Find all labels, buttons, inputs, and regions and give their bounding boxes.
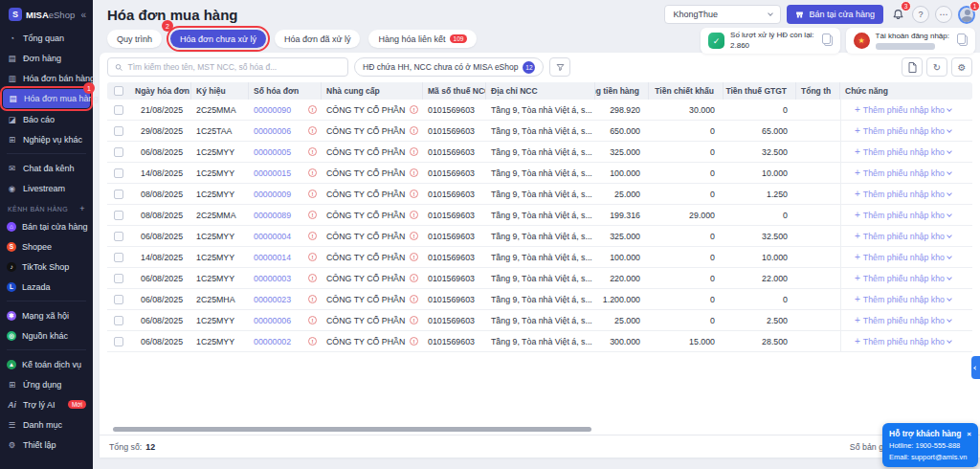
sidebar-item-nguon-khac[interactable]: ◎ Nguồn khác <box>0 325 93 346</box>
invoice-number-link[interactable]: 00000090 <box>254 105 291 115</box>
sidebar-item-bao-cao[interactable]: ◪ Báo cáo <box>0 109 93 129</box>
user-avatar[interactable]: 1 <box>958 6 975 23</box>
table-row[interactable]: 14/08/2025 1C25MYY 00000015 ! CÔNG TY CỔ… <box>107 163 972 184</box>
table-row[interactable]: 21/08/2025 2C25MMA 00000090 ! CÔNG TY CỔ… <box>107 100 972 121</box>
row-checkbox[interactable] <box>114 253 123 262</box>
tab-hoa-don-chua-xu-ly[interactable]: Hóa đơn chưa xử lý 2 <box>170 30 266 48</box>
copy-icon[interactable] <box>824 35 833 46</box>
add-stock-receipt-button[interactable]: + Thêm phiếu nhập kho <box>840 184 972 204</box>
table-row[interactable]: 06/08/2025 1C25MYY 00000003 ! CÔNG TY CỔ… <box>107 268 972 289</box>
help-button[interactable]: ? <box>912 6 929 23</box>
sidebar-item-livestream[interactable]: ◉ Livestream <box>0 178 93 198</box>
row-checkbox[interactable] <box>114 274 123 283</box>
select-all-checkbox[interactable] <box>114 86 123 96</box>
invoice-number-link[interactable]: 00000014 <box>254 253 291 262</box>
row-checkbox[interactable] <box>114 147 123 157</box>
row-checkbox[interactable] <box>114 168 123 178</box>
horizontal-scrollbar[interactable] <box>113 427 591 432</box>
add-stock-receipt-button[interactable]: + Thêm phiếu nhập kho <box>840 226 972 246</box>
sidebar-item-lazada[interactable]: L Lazada <box>0 277 93 297</box>
sidebar-item-nghiep-vu-khac[interactable]: ⊞ Nghiệp vụ khác <box>0 129 93 149</box>
table-row[interactable]: 08/08/2025 1C25MYY 00000009 ! CÔNG TY CỔ… <box>107 184 972 205</box>
invoice-number-link[interactable]: 00000002 <box>254 337 291 346</box>
table-row[interactable]: 08/08/2025 2C25MMA 00000089 ! CÔNG TY CỔ… <box>107 205 972 226</box>
sidebar-item-don-hang[interactable]: ▤ Đơn hàng <box>0 48 93 68</box>
invoice-number-link[interactable]: 00000006 <box>254 316 291 325</box>
row-checkbox[interactable] <box>114 211 123 220</box>
sidebar-item-tong-quan[interactable]: ◔ Tổng quan <box>0 28 93 48</box>
table-row[interactable]: 06/08/2025 1C25MYY 00000004 ! CÔNG TY CỔ… <box>107 226 972 247</box>
tab-quy-trinh[interactable]: Quy trình <box>107 30 162 48</box>
total-value: 12 <box>145 442 155 452</box>
email-link[interactable]: support@amis.vn <box>911 453 967 461</box>
table-row[interactable]: 06/08/2025 1C25MYY 00000005 ! CÔNG TY CỔ… <box>107 142 972 163</box>
invoice-number-link[interactable]: 00000009 <box>254 190 291 199</box>
notification-bell-button[interactable]: 3 <box>889 6 906 23</box>
row-checkbox[interactable] <box>114 232 123 241</box>
row-checkbox[interactable] <box>114 316 123 325</box>
table-row[interactable]: 29/08/2025 1C25TAA 00000006 ! CÔNG TY CỔ… <box>107 121 972 142</box>
tab-bar: Quy trình Hóa đơn chưa xử lý 2 Hóa đơn đ… <box>107 30 477 48</box>
add-stock-receipt-button[interactable]: + Thêm phiếu nhập kho <box>840 331 972 351</box>
environment-select[interactable]: KhongThue <box>664 5 781 24</box>
add-stock-receipt-button[interactable]: + Thêm phiếu nhập kho <box>840 205 972 225</box>
hotline-link[interactable]: 1900-555-888 <box>916 441 961 450</box>
invoice-number-link[interactable]: 00000015 <box>254 168 291 178</box>
add-stock-receipt-button[interactable]: + Thêm phiếu nhập kho <box>840 247 972 267</box>
sidebar-item-shopee[interactable]: S Shopee <box>0 236 93 257</box>
cell-address: Tầng 9, Tòa nhà Việt á, s... <box>486 247 595 267</box>
sidebar-item-chat-da-kenh[interactable]: ✉ Chat đa kênh <box>0 158 93 178</box>
invoice-number-link[interactable]: 00000005 <box>254 147 291 157</box>
sidebar-item-tro-ly-ai[interactable]: Ai Trợ lý AI Mới <box>0 394 93 414</box>
add-stock-receipt-button[interactable]: + Thêm phiếu nhập kho <box>840 121 972 141</box>
sidebar-item-mang-xa-hoi[interactable]: ✱ Mạng xã hội <box>0 305 93 325</box>
table-settings-button[interactable]: ⚙ <box>951 57 972 77</box>
add-stock-receipt-button[interactable]: + Thêm phiếu nhập kho <box>840 163 972 183</box>
refresh-button[interactable]: ↻ <box>926 57 947 77</box>
search-box[interactable] <box>107 57 348 77</box>
table-row[interactable]: 06/08/2025 1C25MYY 00000002 ! CÔNG TY CỔ… <box>107 331 972 352</box>
invoice-number-link[interactable]: 00000023 <box>254 295 291 304</box>
filter-chip[interactable]: HĐ chứa HH, NCC chưa có ở MISA eShop 12 <box>354 57 544 77</box>
sidebar-item-hoa-don-mua-hang[interactable]: ▤ Hóa đơn mua hàng 1 <box>3 89 90 108</box>
feedback-button[interactable]: ⋯ <box>935 6 952 23</box>
sidebar-item-ban-tai-cua-hang[interactable]: ⌂ Bán tại cửa hàng <box>0 216 93 236</box>
table-row[interactable]: 06/08/2025 2C25MHA 00000023 ! CÔNG TY CỔ… <box>107 289 972 310</box>
table-row[interactable]: 06/08/2025 1C25MYY 00000006 ! CÔNG TY CỔ… <box>107 310 972 331</box>
side-panel-toggle[interactable] <box>971 356 980 379</box>
warning-icon: ! <box>308 316 317 324</box>
sidebar-item-hoa-don-ban-hang[interactable]: ▥ Hóa đơn bán hàng <box>0 68 93 88</box>
invoice-number-link[interactable]: 00000006 <box>254 126 291 136</box>
row-checkbox[interactable] <box>114 105 123 115</box>
sidebar-item-thiet-lap[interactable]: ⚙ Thiết lập <box>0 435 93 455</box>
sidebar-item-danh-muc[interactable]: ☰ Danh mục <box>0 414 93 435</box>
accounting-service-icon: ▲ <box>7 360 16 369</box>
tab-hoa-don-da-xu-ly[interactable]: Hóa đơn đã xử lý <box>275 30 360 48</box>
invoice-number-link[interactable]: 00000089 <box>254 211 291 220</box>
add-channel-icon[interactable]: + <box>79 204 85 213</box>
sell-at-store-button[interactable]: Bán tại cửa hàng <box>787 5 883 24</box>
sidebar-item-ke-toan-dich-vu[interactable]: ▲ Kế toán dịch vụ <box>0 354 93 374</box>
tab-hang-hoa-lien-ket[interactable]: Hàng hóa liên kết 109 <box>368 30 477 48</box>
close-icon[interactable]: × <box>967 430 971 438</box>
warning-icon: ! <box>308 295 317 303</box>
filter-funnel-button[interactable] <box>549 57 570 77</box>
row-checkbox[interactable] <box>114 126 123 136</box>
add-stock-receipt-button[interactable]: + Thêm phiếu nhập kho <box>840 142 972 162</box>
row-checkbox[interactable] <box>114 295 123 304</box>
add-stock-receipt-button[interactable]: + Thêm phiếu nhập kho <box>840 289 972 309</box>
sidebar-item-tiktok-shop[interactable]: ♪ TikTok Shop <box>0 257 93 277</box>
invoice-number-link[interactable]: 00000003 <box>254 274 291 283</box>
search-input[interactable] <box>127 62 341 72</box>
row-checkbox[interactable] <box>114 190 123 199</box>
export-button[interactable] <box>902 57 923 77</box>
add-stock-receipt-button[interactable]: + Thêm phiếu nhập kho <box>840 310 972 330</box>
sidebar-item-ung-dung[interactable]: ⊞ Ứng dụng <box>0 374 93 394</box>
sidebar-collapse-icon[interactable]: « <box>80 10 86 20</box>
table-row[interactable]: 14/08/2025 1C25MYY 00000014 ! CÔNG TY CỔ… <box>107 247 972 268</box>
invoice-number-link[interactable]: 00000004 <box>254 232 291 241</box>
add-stock-receipt-button[interactable]: + Thêm phiếu nhập kho <box>840 268 972 288</box>
copy-icon[interactable] <box>959 35 968 46</box>
add-stock-receipt-button[interactable]: + Thêm phiếu nhập kho <box>840 100 972 120</box>
row-checkbox[interactable] <box>114 337 123 346</box>
